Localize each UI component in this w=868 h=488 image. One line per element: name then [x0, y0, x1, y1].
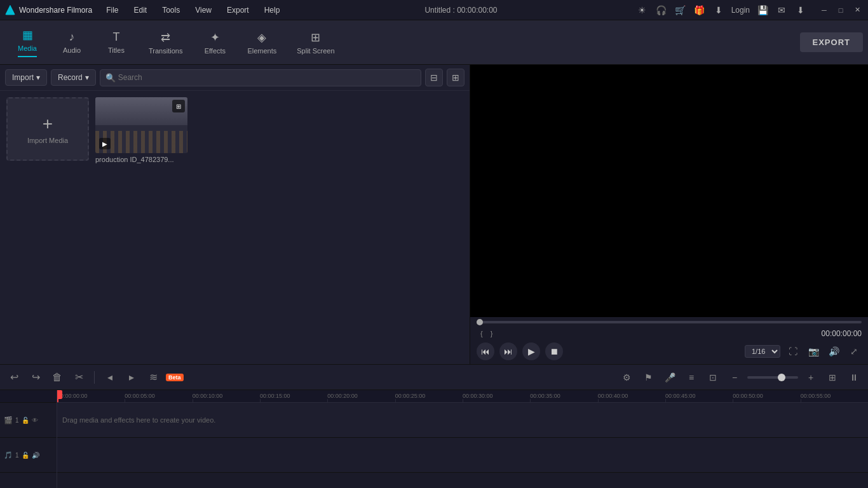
import-media-tile[interactable]: + Import Media	[6, 97, 89, 161]
menu-export[interactable]: Export	[220, 4, 255, 16]
titles-tab-label: Titles	[108, 46, 125, 54]
timeline-content: 🎬 1 🔓 👁 🎵 1 🔓 🔊 00:00:00:0000:00:05:0000…	[0, 390, 868, 488]
tab-titles[interactable]: T Titles	[94, 22, 139, 63]
video-track-area[interactable]: Drag media and effects here to create yo…	[57, 403, 868, 438]
import-label: Import	[12, 73, 34, 82]
preview-progress-bar[interactable]	[477, 321, 862, 323]
play-button[interactable]: ▶	[522, 342, 540, 360]
titlebar: Wondershare Filmora File Edit Tools View…	[0, 0, 868, 20]
search-input[interactable]	[118, 73, 416, 82]
mail-icon[interactable]: ✉	[775, 4, 788, 17]
menu-help[interactable]: Help	[258, 4, 287, 16]
audio-mix-icon[interactable]: ≡	[682, 369, 700, 386]
sun-icon[interactable]: ☀	[636, 4, 649, 17]
undo-button[interactable]: ↩	[5, 369, 23, 386]
import-chevron-icon: ▾	[36, 73, 40, 82]
tab-media[interactable]: ▦ Media	[5, 22, 50, 63]
grid-view-button[interactable]: ⊞	[447, 69, 465, 86]
fullscreen-preview-icon[interactable]: ⛶	[785, 344, 801, 359]
redo-button[interactable]: ↪	[27, 369, 44, 386]
adjust-right-button[interactable]: ▸	[123, 369, 140, 386]
zoom-select[interactable]: 1/16	[745, 345, 780, 358]
import-dropdown[interactable]: Import ▾	[5, 69, 47, 86]
preview-controls: { } 00:00:00:00 ⏮ ⏭ ▶ ⏹ 1/16 ⛶ 📷 🔊 ⤢	[470, 317, 868, 364]
stop-button[interactable]: ⏹	[545, 342, 563, 360]
tab-transitions[interactable]: ⇄ Transitions	[139, 22, 193, 63]
video-lock-icon[interactable]: 🔓	[22, 417, 29, 424]
time-ruler: 00:00:00:0000:00:05:0000:00:10:0000:00:1…	[57, 390, 868, 403]
headphones-icon[interactable]: 🎧	[655, 4, 668, 17]
zoom-slider[interactable]	[747, 376, 798, 379]
volume-icon[interactable]: 🔊	[826, 344, 841, 359]
crop-icon[interactable]: ⊡	[704, 369, 722, 386]
cut-button[interactable]: ✂	[70, 369, 88, 386]
record-label: Record	[58, 73, 83, 82]
close-button[interactable]: ✕	[851, 4, 863, 16]
zoom-in-icon[interactable]: +	[802, 369, 820, 386]
audio-track-area[interactable]	[57, 438, 868, 473]
aspect-ratio-icon[interactable]: ⤢	[846, 344, 862, 359]
audio-lock-icon[interactable]: 🔓	[22, 452, 29, 459]
export-button[interactable]: EXPORT	[800, 32, 863, 52]
right-bracket[interactable]: }	[487, 329, 497, 339]
zoom-slider-handle[interactable]	[778, 374, 785, 381]
tab-audio[interactable]: ♪ Audio	[50, 22, 94, 63]
video-track-icon: 🎬	[4, 416, 13, 424]
add-track-icon[interactable]: ⊞	[824, 369, 841, 386]
timeline-separator	[94, 371, 95, 384]
main-area: Import ▾ Record ▾ 🔍 ⊟ ⊞ + Import Media	[0, 65, 868, 364]
app-logo: Wondershare Filmora	[5, 5, 92, 15]
gift-icon[interactable]: 🎁	[693, 4, 706, 17]
pause-render-icon[interactable]: ⏸	[845, 369, 863, 386]
download2-icon[interactable]: ⬇	[794, 4, 807, 17]
video-eye-icon[interactable]: 👁	[32, 417, 38, 424]
tab-elements[interactable]: ◈ Elements	[237, 22, 287, 63]
playhead-top[interactable]	[57, 390, 62, 399]
tab-splitscreen[interactable]: ⊞ Split Screen	[287, 22, 344, 63]
playhead[interactable]	[57, 390, 58, 402]
step-forward-slow-button[interactable]: ⏭	[499, 342, 517, 360]
login-button[interactable]: Login	[731, 6, 750, 15]
menu-edit[interactable]: Edit	[128, 4, 154, 16]
menu-tools[interactable]: Tools	[156, 4, 186, 16]
thumbnail-overlay-icon: ⊞	[172, 100, 185, 112]
time-mark: 00:00:10:00	[193, 393, 223, 399]
cart-icon[interactable]: 🛒	[674, 4, 687, 17]
adjust-left-button[interactable]: ◂	[101, 369, 119, 386]
time-mark: 00:00:40:00	[598, 393, 628, 399]
mic-icon[interactable]: 🎤	[661, 369, 679, 386]
motion-effect-button[interactable]: ≋	[144, 369, 162, 386]
step-back-button[interactable]: ⏮	[477, 342, 494, 360]
download-icon[interactable]: ⬇	[712, 4, 725, 17]
tab-effects[interactable]: ✦ Effects	[193, 22, 237, 63]
transitions-tab-label: Transitions	[149, 47, 182, 55]
record-dropdown[interactable]: Record ▾	[51, 69, 96, 86]
progress-handle[interactable]	[477, 319, 483, 325]
filter-button[interactable]: ⊟	[425, 69, 443, 86]
zoom-out-icon[interactable]: −	[726, 369, 743, 386]
maximize-button[interactable]: □	[835, 4, 846, 16]
audio-track-icon: 🎵	[4, 451, 13, 459]
timeline: ↩ ↪ 🗑 ✂ ◂ ▸ ≋ Beta ⚙ ⚑ 🎤 ≡ ⊡ − + ⊞ ⏸	[0, 364, 868, 488]
snapshot-icon[interactable]: 📷	[806, 344, 821, 359]
play-overlay-icon: ▶	[99, 138, 111, 149]
left-bracket[interactable]: {	[477, 329, 487, 339]
flag-icon[interactable]: ⚑	[639, 369, 657, 386]
search-box[interactable]: 🔍	[100, 69, 421, 86]
media-item[interactable]: ⊞ ▶ production ID_4782379...	[95, 97, 187, 163]
audio-track-number: 1	[15, 452, 19, 459]
settings-timeline-icon[interactable]: ⚙	[618, 369, 635, 386]
audio-volume-icon[interactable]: 🔊	[32, 452, 39, 459]
elements-tab-label: Elements	[247, 47, 276, 55]
delete-button[interactable]: 🗑	[48, 369, 66, 386]
menu-view[interactable]: View	[189, 4, 218, 16]
menu-bar: File Edit Tools View Export Help	[100, 4, 286, 16]
menu-file[interactable]: File	[100, 4, 125, 16]
save-icon[interactable]: 💾	[756, 4, 769, 17]
minimize-button[interactable]: ─	[818, 4, 830, 16]
titlebar-right: ☀ 🎧 🛒 🎁 ⬇ Login 💾 ✉ ⬇ ─ □ ✕	[636, 4, 863, 17]
beta-badge: Beta	[166, 374, 184, 381]
audio-tab-label: Audio	[63, 46, 81, 54]
toolbar-tabs: ▦ Media ♪ Audio T Titles ⇄ Transitions ✦…	[5, 22, 800, 63]
time-mark: 00:00:35:00	[530, 393, 560, 399]
